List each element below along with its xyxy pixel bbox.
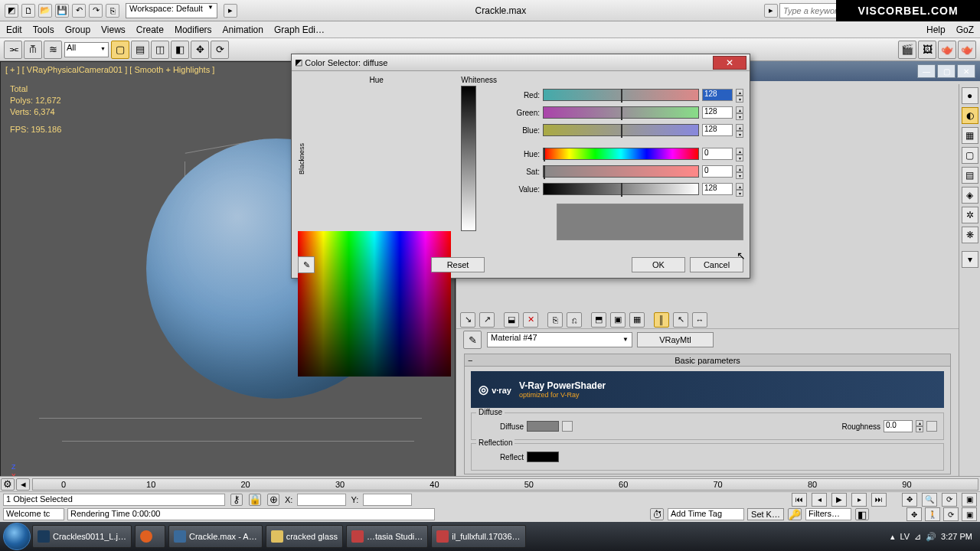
red-slider[interactable] bbox=[543, 89, 699, 101]
menu-group[interactable]: Group bbox=[65, 24, 90, 35]
task-item[interactable]: …tasia Studi… bbox=[346, 525, 428, 548]
nav2-max-icon[interactable]: ▣ bbox=[962, 507, 977, 521]
diffuse-swatch[interactable] bbox=[527, 421, 559, 432]
slot-3x2-icon[interactable]: ▾ bbox=[962, 251, 978, 268]
teapot-icon[interactable]: 🫖 bbox=[938, 41, 956, 59]
nav2-orbit-icon[interactable]: ⟳ bbox=[943, 507, 959, 521]
checker-icon[interactable]: ▦ bbox=[962, 127, 978, 144]
quick-render-icon[interactable]: 🫖 bbox=[958, 41, 976, 59]
menu-graph[interactable]: Graph Edi… bbox=[274, 24, 325, 35]
render-setup-icon[interactable]: 🎬 bbox=[898, 41, 916, 59]
hue-slider[interactable] bbox=[543, 148, 699, 160]
reset-button[interactable]: Reset bbox=[431, 257, 485, 272]
roughness-input[interactable]: 0.0 bbox=[884, 420, 913, 432]
nav2-walk-icon[interactable]: 🚶 bbox=[925, 507, 940, 521]
minimize-icon[interactable]: ― bbox=[917, 64, 936, 78]
sample-uv-icon[interactable]: ▢ bbox=[962, 147, 978, 164]
next-frame-icon[interactable]: ▸ bbox=[851, 493, 867, 507]
system-tray[interactable]: ▴ LV ⊿ 🔊 3:27 PM bbox=[890, 532, 977, 542]
video-color-icon[interactable]: ▤ bbox=[962, 167, 978, 184]
sample-sphere-icon[interactable]: ● bbox=[962, 87, 978, 104]
y-coord-input[interactable] bbox=[363, 494, 412, 506]
select-region-icon[interactable]: ◫ bbox=[151, 41, 169, 59]
sat-spinner[interactable]: ▴▾ bbox=[736, 165, 743, 178]
help-nav-icon[interactable]: ▸ bbox=[764, 4, 778, 18]
select-name-icon[interactable]: ▤ bbox=[131, 41, 149, 59]
goto-start-icon[interactable]: ⏮ bbox=[792, 493, 807, 507]
key-icon[interactable]: 🔑 bbox=[788, 508, 802, 520]
value-input[interactable]: 128 bbox=[702, 183, 733, 195]
prev-frame-icon[interactable]: ◂ bbox=[812, 493, 827, 507]
menu-modifiers[interactable]: Modifiers bbox=[175, 24, 212, 35]
key-filters-button[interactable]: Filters… bbox=[805, 508, 851, 520]
new-icon[interactable]: 🗋 bbox=[21, 4, 35, 18]
redo-icon[interactable]: ↷ bbox=[89, 4, 103, 18]
close-icon[interactable]: ✕ bbox=[957, 64, 975, 78]
key-mode-icon[interactable]: ◧ bbox=[855, 508, 869, 520]
volume-icon[interactable]: 🔊 bbox=[926, 532, 936, 542]
hue-spinner[interactable]: ▴▾ bbox=[736, 148, 743, 160]
task-item[interactable]: Crackle.max - A… bbox=[168, 525, 263, 548]
open-icon[interactable]: 📂 bbox=[38, 4, 52, 18]
roughness-spinner[interactable]: ▴▾ bbox=[916, 420, 923, 432]
bind-icon[interactable]: ≋ bbox=[44, 41, 62, 59]
menu-create[interactable]: Create bbox=[136, 24, 164, 35]
time-tag-icon[interactable]: ⏱ bbox=[650, 508, 664, 520]
nav-orbit-icon[interactable]: ⟳ bbox=[942, 493, 957, 507]
menu-tools[interactable]: Tools bbox=[33, 24, 54, 35]
task-item[interactable]: cracked glass bbox=[266, 525, 343, 548]
dialog-close-icon[interactable]: ✕ bbox=[713, 56, 746, 70]
color-selector-titlebar[interactable]: ◩ Color Selector: diffuse ✕ bbox=[292, 54, 750, 71]
hue-picker[interactable] bbox=[298, 231, 451, 377]
timeline-config-icon[interactable]: ⚙ bbox=[1, 478, 15, 491]
maximize-icon[interactable]: ▢ bbox=[937, 64, 956, 78]
save-icon[interactable]: 💾 bbox=[55, 4, 69, 18]
add-time-tag-button[interactable]: Add Time Tag bbox=[668, 508, 744, 520]
nav-max-icon[interactable]: ▣ bbox=[962, 493, 977, 507]
task-item[interactable] bbox=[135, 525, 165, 548]
task-item[interactable]: Crackles0011_L.j… bbox=[32, 525, 132, 548]
window-crossing-icon[interactable]: ◧ bbox=[171, 41, 189, 59]
blue-slider[interactable] bbox=[543, 124, 699, 136]
menu-animation[interactable]: Animation bbox=[223, 24, 263, 35]
set-key-button[interactable]: Set K… bbox=[747, 508, 784, 520]
render-frame-icon[interactable]: 🖼 bbox=[918, 41, 936, 59]
sat-slider[interactable] bbox=[543, 165, 699, 178]
viewport-label[interactable]: [ + ] [ VRayPhysicalCamera001 ] [ Smooth… bbox=[5, 65, 214, 74]
mat-map-nav-icon[interactable]: ❋ bbox=[962, 227, 978, 243]
menu-edit[interactable]: Edit bbox=[6, 24, 22, 35]
unlink-icon[interactable]: ⫚ bbox=[24, 41, 42, 59]
ok-button[interactable]: OK bbox=[632, 257, 685, 272]
nav-pan-icon[interactable]: ✥ bbox=[902, 493, 917, 507]
nav2-pan-icon[interactable]: ✥ bbox=[906, 507, 922, 521]
task-item[interactable]: il_fullxfull.17036… bbox=[431, 525, 525, 548]
blue-input[interactable]: 128 bbox=[702, 124, 733, 136]
nav-zoom-icon[interactable]: 🔍 bbox=[922, 493, 937, 507]
lock2-icon[interactable]: 🔒 bbox=[249, 494, 261, 506]
move-icon[interactable]: ✥ bbox=[191, 41, 209, 59]
start-button[interactable] bbox=[3, 523, 31, 550]
reflect-swatch[interactable] bbox=[527, 452, 559, 462]
hue-input[interactable]: 0 bbox=[702, 148, 733, 160]
timeline-prev-icon[interactable]: ◂ bbox=[16, 478, 30, 491]
play-icon[interactable]: ▶ bbox=[831, 493, 847, 507]
x-coord-input[interactable] bbox=[297, 494, 346, 506]
green-slider[interactable] bbox=[543, 106, 699, 119]
menu-goz[interactable]: GoZ bbox=[956, 24, 974, 35]
timeline-ruler[interactable]: 0 10 20 30 40 50 60 70 80 90 bbox=[32, 478, 978, 491]
timeline[interactable]: ⚙ ◂ 0 10 20 30 40 50 60 70 80 90 bbox=[0, 476, 980, 491]
blue-spinner[interactable]: ▴▾ bbox=[736, 124, 743, 136]
selection-filter-select[interactable]: All bbox=[64, 42, 109, 57]
eyedropper-icon[interactable]: ✎ bbox=[298, 256, 315, 273]
backlight-icon[interactable]: ◐ bbox=[962, 107, 978, 124]
value-spinner[interactable]: ▴▾ bbox=[736, 183, 743, 195]
menu-views[interactable]: Views bbox=[101, 24, 126, 35]
coord-icon[interactable]: ⊕ bbox=[267, 494, 279, 506]
cancel-button[interactable]: Cancel bbox=[690, 257, 743, 272]
rotate-icon[interactable]: ⟳ bbox=[211, 41, 229, 59]
green-spinner[interactable]: ▴▾ bbox=[736, 106, 743, 119]
red-spinner[interactable]: ▴▾ bbox=[736, 89, 743, 101]
select-link-icon[interactable]: ⫘ bbox=[4, 41, 22, 59]
link-icon[interactable]: ⎘ bbox=[106, 4, 119, 18]
goto-end-icon[interactable]: ⏭ bbox=[871, 493, 887, 507]
